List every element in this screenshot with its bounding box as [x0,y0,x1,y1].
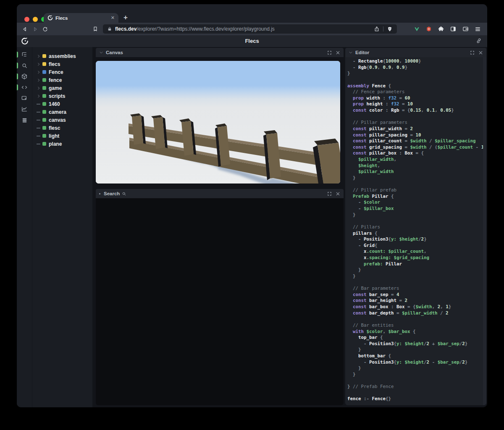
code-line: } [347,212,486,218]
editor-scrollbar[interactable] [483,57,486,405]
tree-item-game[interactable]: game [32,84,92,92]
code-line: // Bar parameters [347,286,486,292]
tree-item-label: 1460 [49,101,60,107]
entity-color-badge [42,118,46,122]
code-line: prefab: Pillar [347,261,486,267]
tree-item-camera[interactable]: camera [32,108,92,116]
tree-item-label: scripts [49,93,65,99]
close-icon[interactable] [478,50,483,55]
fullscreen-icon[interactable] [327,191,332,196]
fullscreen-icon[interactable] [327,50,332,55]
code-line: with $color, $bar_box { [347,329,486,335]
expand-chevron-icon[interactable] [37,54,42,58]
chevron-down-icon[interactable] [99,50,103,55]
browser-tab-flecs[interactable]: Flecs ✕ [44,13,118,23]
code-line: $height, [347,163,486,169]
tool-search[interactable] [17,60,32,71]
toolbar-extension-area [413,23,481,35]
share-icon[interactable] [374,26,380,32]
entity-color-badge [42,86,46,90]
code-editor[interactable]: - Rectangle{10000, 10000} - Rgb{0.9, 0.9… [345,57,486,405]
code-line: const pillar_count = $width / $pillar_sp… [347,138,486,144]
search-panel-header[interactable]: Search [96,189,344,198]
tree-item-assemblies[interactable]: assemblies [32,52,92,60]
code-line: } // Prefab Fence [347,384,486,390]
close-icon[interactable] [336,50,340,55]
code-content: - Rectangle{10000, 10000} - Rgb{0.9, 0.9… [347,58,486,402]
tab-close-icon[interactable]: ✕ [111,16,115,20]
code-line [347,114,486,120]
code-line: - Rgb{0.9, 0.9, 0.9} [347,65,486,71]
tool-cube[interactable] [17,71,32,82]
expand-chevron-icon[interactable] [37,94,42,98]
close-icon[interactable] [336,191,340,196]
chevron-down-icon[interactable] [349,50,353,55]
code-line: bottom_bar { [347,353,486,359]
close-window-button[interactable] [24,17,29,22]
tree-item-light[interactable]: light [32,132,92,140]
entity-color-badge [42,54,46,58]
expand-chevron-icon[interactable] [37,70,42,74]
new-tab-button[interactable]: + [123,13,128,22]
tool-outline[interactable] [17,49,32,60]
minimize-window-button[interactable] [33,17,38,22]
bookmark-icon[interactable] [91,24,100,34]
code-line: - Position3{y: $height/2 - $bar_sep/2} [347,359,486,366]
entity-color-badge [42,94,46,98]
forward-button[interactable] [30,24,39,34]
canvas-panel-header[interactable]: Canvas [96,48,344,57]
brave-shield-icon[interactable] [387,26,393,32]
code-line: $pillar_width [347,169,486,175]
canvas-3d-view[interactable] [96,61,340,184]
expand-chevron-icon[interactable] [37,86,42,90]
tree-item-Fence[interactable]: Fence [32,68,92,76]
url-bar[interactable]: flecs.dev/explorer/?wasm=https://www.fle… [103,24,397,34]
wallet-icon[interactable] [462,25,469,33]
tree-item-label: game [49,85,62,91]
active-indicator [17,84,18,90]
link-icon[interactable] [475,37,483,45]
tree-item-flesc[interactable]: flesc [32,124,92,132]
tool-archive[interactable] [17,115,32,126]
browser-window: Flecs ✕ + flecs.dev/explorer/?wasm=https… [17,4,487,407]
tree-connector [37,136,42,136]
tree-item-flecs[interactable]: flecs [32,60,92,68]
active-indicator [17,73,18,79]
code-line: } [347,267,486,273]
back-button[interactable] [20,24,29,34]
code-line [347,316,486,322]
tree-item-scripts[interactable]: scripts [32,92,92,100]
vue-icon[interactable] [413,25,420,33]
stats-icon [21,106,28,113]
tree-item-fence[interactable]: fence [32,76,92,84]
reload-button[interactable] [40,24,50,34]
code-line: Prefab Pillar { [347,194,486,200]
extensions-icon[interactable] [437,25,445,33]
code-line [347,218,486,224]
fullscreen-icon[interactable] [470,50,475,55]
search-panel-body[interactable] [96,198,344,405]
code-line [347,378,486,384]
adblock-icon[interactable] [425,25,433,33]
tool-stats[interactable] [17,104,32,115]
inspector-icon [21,95,28,102]
expand-chevron-icon[interactable] [37,78,42,82]
tree-item-canvas[interactable]: canvas [32,116,92,124]
tree-item-label: flecs [49,61,60,67]
menu-icon[interactable] [474,25,481,33]
tree-item-label: Fence [49,69,63,75]
code-line: } [347,347,486,353]
expand-chevron-icon[interactable] [37,62,42,66]
sidebar-icon[interactable] [449,25,457,33]
tree-item-1460[interactable]: 1460 [32,100,92,108]
tool-inspector[interactable] [17,93,32,104]
code-line: // Fence parameters [347,89,486,95]
tab-strip: Flecs ✕ + [17,4,487,23]
editor-panel-header[interactable]: Editor [345,48,486,57]
tool-sidebar [17,47,32,407]
tree-item-plane[interactable]: plane [32,140,92,148]
code-line: - $pillar_box [347,206,486,212]
tool-code[interactable] [17,82,32,93]
tree-item-label: camera [49,109,66,115]
code-line: assembly Fence { [347,83,486,89]
